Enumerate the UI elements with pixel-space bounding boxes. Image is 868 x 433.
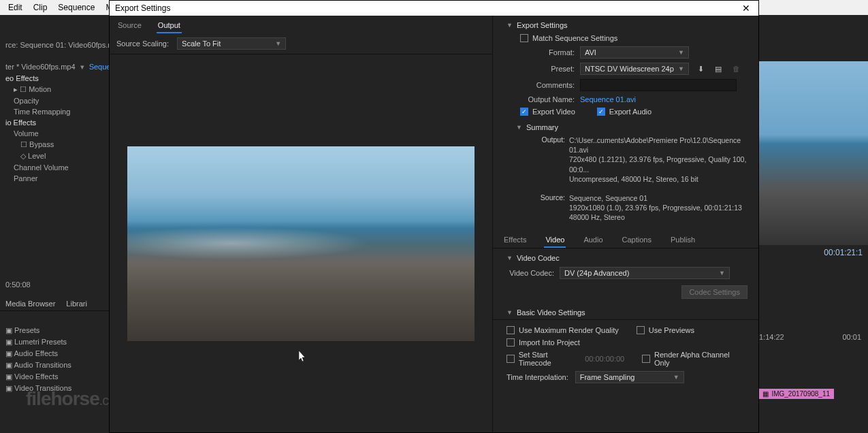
use-previews-checkbox[interactable] — [637, 326, 645, 334]
bin-lumetri[interactable]: ▣ Lumetri Presets — [0, 336, 109, 348]
format-label: Format: — [520, 48, 575, 57]
video-codec-select[interactable]: DV (24p Advanced) ▼ — [560, 267, 730, 279]
menu-clip[interactable]: Clip — [28, 1, 53, 14]
tab-captions[interactable]: Captions — [621, 233, 653, 248]
bin-video-fx[interactable]: ▣ Video Effects — [0, 371, 109, 383]
match-sequence-label: Match Sequence Settings — [532, 34, 617, 42]
fx-panner[interactable]: Panner — [0, 173, 109, 184]
chevron-down-icon: ▼ — [719, 270, 725, 276]
tab-audio[interactable]: Audio — [582, 233, 604, 248]
codec-settings-button: Codec Settings — [681, 285, 748, 299]
summary-output-label: Output: — [534, 135, 565, 184]
dialog-titlebar: Export Settings ✕ — [110, 1, 758, 16]
fx-channel-volume[interactable]: Channel Volume — [0, 162, 109, 173]
set-start-tc-checkbox[interactable] — [507, 355, 515, 363]
match-sequence-checkbox[interactable] — [520, 34, 528, 42]
chevron-down-icon: ▼ — [678, 49, 684, 56]
master-clip[interactable]: ter * Video60fps.mp4 ▾ Sequence 0 — [0, 61, 109, 73]
menu-edit[interactable]: Edit — [3, 1, 28, 14]
timeline-clip[interactable]: ▦ IMG_20170908_11 — [758, 389, 834, 399]
bin-audio-trans[interactable]: ▣ Audio Transitions — [0, 359, 109, 371]
fx-level[interactable]: ◇ Level — [0, 150, 109, 162]
section-video-codec[interactable]: ▼ Video Codec — [493, 248, 758, 265]
preview-pane: Source Output Source Scaling: Scale To F… — [110, 16, 493, 432]
close-icon[interactable]: ✕ — [739, 3, 753, 14]
program-monitor-thumb — [759, 61, 868, 245]
export-video-checkbox[interactable]: ✓ — [520, 108, 528, 116]
tab-publish[interactable]: Publish — [669, 233, 696, 248]
bg-effects-panel: rce: Sequence 01: Video60fps.mp4: 00:0 t… — [0, 15, 109, 433]
preset-label: Preset: — [520, 65, 575, 73]
video-codec-label: Video Codec: — [507, 269, 554, 277]
source-info: rce: Sequence 01: Video60fps.mp4: 00:0 — [0, 39, 109, 50]
fx-opacity[interactable]: Opacity — [0, 95, 109, 106]
fx-motion[interactable]: ▸ ☐ Motion — [0, 84, 109, 95]
cursor-icon — [299, 351, 307, 363]
export-video-label: Export Video — [532, 108, 575, 116]
time-interp-label: Time Interpolation: — [507, 373, 568, 381]
twirl-down-icon: ▼ — [507, 22, 513, 29]
chevron-down-icon: ▼ — [678, 65, 684, 72]
fx-volume[interactable]: Volume — [0, 128, 109, 139]
summary-source-label: Source: — [534, 193, 565, 223]
bg-program-panel: 00:01:21:1 1:14:22 00:01 ▦ IMG_20170908_… — [759, 15, 868, 433]
menu-sequence[interactable]: Sequence — [52, 1, 100, 14]
export-audio-checkbox[interactable]: ✓ — [597, 108, 605, 116]
use-previews-label: Use Previews — [649, 326, 694, 334]
format-select[interactable]: AVI ▼ — [580, 46, 689, 59]
output-name-label: Output Name: — [520, 95, 575, 103]
program-timecode: 00:01:21:1 — [759, 245, 868, 260]
max-render-quality-checkbox[interactable] — [507, 326, 515, 334]
output-name-link[interactable]: Sequence 01.avi — [580, 95, 636, 103]
dialog-title-text: Export Settings — [115, 3, 170, 13]
source-scaling-label: Source Scaling: — [116, 39, 169, 48]
fx-time-remap[interactable]: Time Remapping — [0, 106, 109, 117]
chevron-down-icon: ▼ — [275, 40, 281, 47]
bin-audio-fx[interactable]: ▣ Audio Effects — [0, 348, 109, 359]
import-project-checkbox[interactable] — [507, 338, 515, 347]
section-summary[interactable]: ▼ Summary — [493, 118, 758, 134]
render-alpha-label: Render Alpha Channel Only — [654, 351, 745, 367]
tab-libraries[interactable]: Librari — [61, 297, 93, 310]
time-interp-select[interactable]: Frame Sampling ▼ — [575, 371, 684, 383]
timeline-tc-a: 1:14:22 — [759, 333, 784, 341]
export-settings-dialog: Export Settings ✕ Source Output Source S… — [109, 0, 759, 433]
twirl-down-icon: ▼ — [507, 255, 513, 261]
comments-label: Comments: — [520, 81, 575, 89]
start-tc-value: 00:00:00:00 — [585, 355, 624, 363]
summary-source-value: Sequence, Sequence 01 1920x1080 (1.0), 2… — [565, 193, 752, 223]
timeline-tc-b: 00:01 — [842, 333, 861, 341]
comments-input[interactable] — [580, 79, 737, 91]
settings-pane: ▼ Export Settings Match Sequence Setting… — [493, 16, 758, 432]
render-alpha-checkbox[interactable] — [642, 355, 650, 363]
import-preset-icon[interactable]: ▤ — [712, 63, 724, 74]
section-basic-video[interactable]: ▼ Basic Video Settings — [493, 303, 758, 319]
summary-output-value: C:\User..cuments\Adobe\Premiere Pro\12.0… — [565, 135, 752, 184]
preset-select[interactable]: NTSC DV Widescreen 24p ▼ — [580, 63, 689, 75]
tab-output[interactable]: Output — [157, 18, 182, 33]
video-effects-header: eo Effects — [0, 73, 109, 84]
fx-bypass[interactable]: ☐ Bypass — [0, 139, 109, 150]
section-export-settings[interactable]: ▼ Export Settings — [493, 16, 758, 32]
output-preview — [127, 146, 475, 341]
twirl-down-icon: ▼ — [507, 309, 513, 316]
export-audio-label: Export Audio — [609, 108, 652, 116]
delete-preset-icon[interactable]: 🗑 — [730, 63, 742, 74]
tab-video[interactable]: Video — [544, 233, 566, 248]
tab-effects[interactable]: Effects — [502, 233, 528, 248]
set-start-tc-label: Set Start Timecode — [519, 351, 581, 367]
chevron-down-icon: ▼ — [673, 374, 679, 381]
source-scaling-select[interactable]: Scale To Fit ▼ — [177, 37, 286, 50]
tab-media-browser[interactable]: Media Browser — [0, 297, 61, 310]
bin-presets[interactable]: ▣ Presets — [0, 325, 109, 336]
bg-timecode: 0:50:08 — [0, 279, 109, 290]
max-render-quality-label: Use Maximum Render Quality — [519, 326, 619, 334]
import-project-label: Import Into Project — [519, 338, 580, 347]
tab-source[interactable]: Source — [116, 18, 143, 33]
audio-effects-header: io Effects — [0, 117, 109, 128]
twirl-down-icon: ▼ — [516, 124, 522, 131]
save-preset-icon[interactable]: ⬇ — [694, 63, 707, 74]
